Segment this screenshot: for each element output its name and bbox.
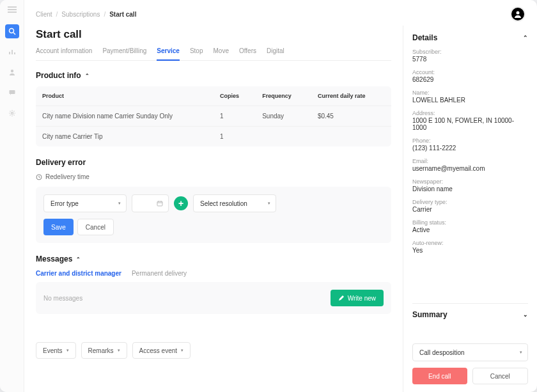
details-label: Newspaper: xyxy=(412,178,528,185)
svg-point-3 xyxy=(11,112,13,114)
avatar[interactable] xyxy=(510,6,525,22)
details-header[interactable]: Details⌃ xyxy=(412,33,528,42)
clock-icon xyxy=(36,174,42,180)
table-row: City name Division name Carrier Sunday O… xyxy=(36,106,391,127)
details-label: Subscriber: xyxy=(412,49,528,55)
nav-user-icon[interactable] xyxy=(5,65,19,79)
nav-search-icon[interactable] xyxy=(5,24,19,38)
chevron-down-icon: ▾ xyxy=(66,348,69,353)
details-label: Phone: xyxy=(412,137,528,144)
chevron-up-icon: ⌃ xyxy=(523,35,528,41)
details-label: Account: xyxy=(412,69,528,75)
table-row: City name Carrier Tip1 xyxy=(36,127,391,147)
nav-chat-icon[interactable] xyxy=(5,86,19,100)
nav-settings-icon[interactable] xyxy=(5,106,19,120)
breadcrumb: Client / Subscriptions / Start call xyxy=(36,11,136,18)
details-label: Billing status: xyxy=(412,219,528,226)
svg-rect-2 xyxy=(9,90,15,94)
col-frequency: Frequency xyxy=(256,86,311,106)
access-event-dropdown[interactable]: Access event▾ xyxy=(132,342,191,359)
details-value: 1000 E 100 N, FOWLER, IN 10000-1000 xyxy=(412,117,528,131)
col-rate: Current daily rate xyxy=(311,86,391,106)
details-value: 5778 xyxy=(412,56,528,63)
messages-header[interactable]: Messages⌃ xyxy=(36,255,391,263)
svg-point-1 xyxy=(10,70,13,72)
chevron-down-icon: ▾ xyxy=(520,350,522,355)
details-label: Name: xyxy=(412,90,528,96)
date-input[interactable] xyxy=(132,194,169,212)
calendar-icon xyxy=(157,200,163,207)
svg-point-0 xyxy=(9,29,13,33)
tab-payment-billing[interactable]: Payment/Billing xyxy=(102,47,146,60)
product-table: Product Copies Frequency Current daily r… xyxy=(36,86,391,146)
tab-stop[interactable]: Stop xyxy=(190,47,203,60)
breadcrumb-item[interactable]: Client xyxy=(36,11,52,18)
details-value: username@myemail.com xyxy=(412,165,528,172)
details-value: Yes xyxy=(412,247,528,254)
pencil-icon xyxy=(338,295,345,301)
chevron-up-icon: ⌃ xyxy=(85,73,90,79)
product-info-header[interactable]: Product info⌃ xyxy=(36,71,391,80)
tab-digital[interactable]: Digital xyxy=(267,47,284,60)
delivery-error-header: Delivery error xyxy=(36,158,391,167)
write-new-button[interactable]: Write new xyxy=(331,290,384,306)
details-label: Address: xyxy=(412,110,528,116)
chevron-down-icon: ▾ xyxy=(118,348,120,353)
chevron-up-icon: ⌃ xyxy=(76,256,81,262)
tab-offers[interactable]: Offers xyxy=(239,47,256,60)
page-tabs: Account information Payment/Billing Serv… xyxy=(36,47,391,61)
cancel-button[interactable]: Cancel xyxy=(472,368,529,384)
tab-service[interactable]: Service xyxy=(157,47,180,61)
chevron-down-icon: ▾ xyxy=(268,201,270,206)
tab-move[interactable]: Move xyxy=(213,47,228,60)
events-dropdown[interactable]: Events▾ xyxy=(36,342,76,359)
details-value: (123) 111-2222 xyxy=(412,145,528,152)
cancel-button[interactable]: Cancel xyxy=(77,219,114,235)
remarks-dropdown[interactable]: Remarks▾ xyxy=(81,342,127,359)
tab-account-info[interactable]: Account information xyxy=(36,47,92,60)
details-label: Auto-renew: xyxy=(412,240,528,246)
resolution-select[interactable]: Select resolution▾ xyxy=(193,194,276,212)
call-desposition-select[interactable]: Call desposition▾ xyxy=(412,343,528,361)
page-title: Start call xyxy=(36,28,391,41)
add-button[interactable]: + xyxy=(174,196,188,210)
col-copies: Copies xyxy=(214,86,256,106)
details-label: Email: xyxy=(412,158,528,164)
col-product: Product xyxy=(36,86,214,106)
redelivery-time-label: Redelivery time xyxy=(45,173,90,180)
no-messages-text: No messages xyxy=(43,295,82,302)
details-label: Delivery type: xyxy=(412,199,528,205)
summary-header[interactable]: Summary⌄ xyxy=(412,303,528,325)
svg-rect-6 xyxy=(157,201,162,206)
details-value: 682629 xyxy=(412,76,528,83)
left-nav xyxy=(0,0,24,392)
breadcrumb-item[interactable]: Subscriptions xyxy=(61,11,100,18)
nav-chart-icon[interactable] xyxy=(5,45,19,59)
save-button[interactable]: Save xyxy=(43,219,74,235)
chevron-down-icon: ▾ xyxy=(181,348,183,353)
chevron-down-icon: ▾ xyxy=(118,201,121,206)
menu-icon[interactable] xyxy=(8,6,17,13)
details-value: Active xyxy=(412,226,528,233)
details-value: LOWELL BAHLER xyxy=(412,97,528,104)
end-call-button[interactable]: End call xyxy=(412,368,467,384)
msg-tab-carrier[interactable]: Carrier and district manager xyxy=(36,270,121,277)
svg-point-4 xyxy=(517,12,520,15)
error-type-select[interactable]: Error type▾ xyxy=(43,194,127,212)
details-value: Carrier xyxy=(412,206,528,213)
details-value: Division name xyxy=(412,185,528,192)
breadcrumb-current: Start call xyxy=(109,11,136,18)
msg-tab-permanent[interactable]: Permanent delivery xyxy=(132,270,187,277)
chevron-down-icon: ⌄ xyxy=(523,311,528,318)
